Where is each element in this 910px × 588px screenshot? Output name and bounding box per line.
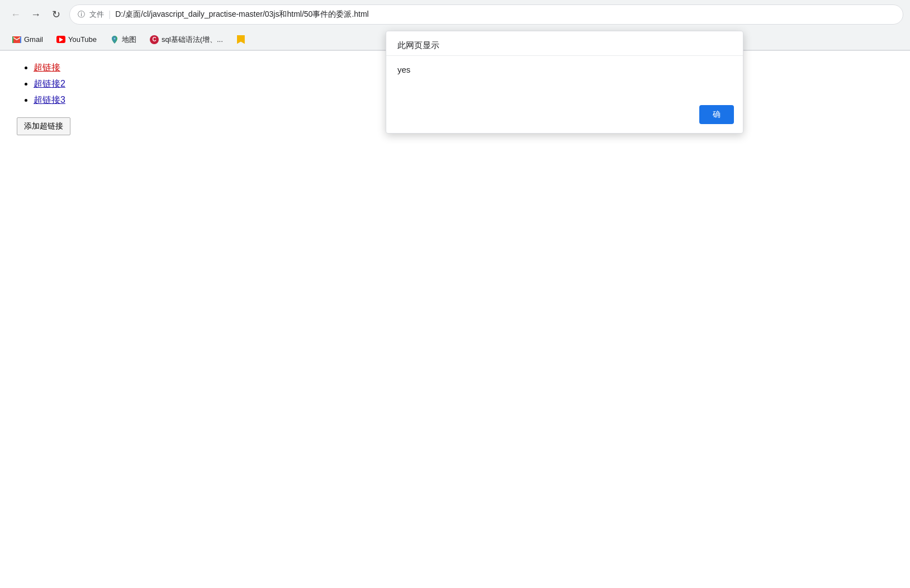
hyperlink-1[interactable]: 超链接: [34, 63, 60, 72]
address-bar-file-label: 文件: [89, 10, 104, 20]
bookmark-youtube-label: YouTube: [68, 35, 97, 44]
modal-body-text: yes: [397, 65, 410, 74]
maps-icon: [110, 35, 119, 44]
back-button[interactable]: ←: [7, 6, 25, 23]
address-bar-security-icon: ⓘ: [78, 10, 85, 20]
address-bar[interactable]: ⓘ 文件 | D:/桌面/cl/javascript_daily_practis…: [69, 4, 903, 25]
gmail-icon: [12, 35, 21, 44]
bookmark-sql-label: sql基础语法(增、...: [162, 35, 223, 45]
modal-body: yes: [386, 56, 743, 101]
svg-rect-0: [12, 36, 13, 43]
address-bar-separator: |: [108, 10, 111, 20]
youtube-icon: [56, 35, 65, 44]
bookmark-5[interactable]: [231, 33, 251, 46]
bookmark-youtube[interactable]: YouTube: [51, 33, 102, 46]
modal-confirm-button[interactable]: 确: [699, 105, 734, 124]
refresh-button[interactable]: ↻: [47, 6, 65, 23]
svg-rect-1: [20, 36, 21, 43]
hyperlink-3[interactable]: 超链接3: [34, 95, 65, 105]
bookmark-gmail[interactable]: Gmail: [7, 33, 49, 46]
bookmark-maps[interactable]: 地图: [105, 32, 142, 47]
forward-button[interactable]: →: [27, 6, 45, 23]
address-bar-url: D:/桌面/cl/javascript_daily_practise-maste…: [115, 10, 895, 20]
bookmark-gmail-label: Gmail: [24, 35, 43, 44]
bookmark-maps-label: 地图: [122, 35, 136, 45]
modal-footer: 确: [386, 101, 743, 133]
modal-dialog: 此网页显示 yes 确: [386, 31, 743, 134]
hyperlink-2[interactable]: 超链接2: [34, 79, 65, 88]
add-link-button[interactable]: 添加超链接: [17, 117, 70, 135]
bookmark-sql[interactable]: C sql基础语法(增、...: [144, 32, 229, 47]
yellow-bookmark-icon: [236, 35, 245, 44]
nav-bar: ← → ↻ ⓘ 文件 | D:/桌面/cl/javascript_daily_p…: [0, 0, 910, 29]
modal-title: 此网页显示: [386, 31, 743, 56]
nav-buttons: ← → ↻: [7, 6, 65, 23]
sql-icon: C: [150, 35, 159, 44]
